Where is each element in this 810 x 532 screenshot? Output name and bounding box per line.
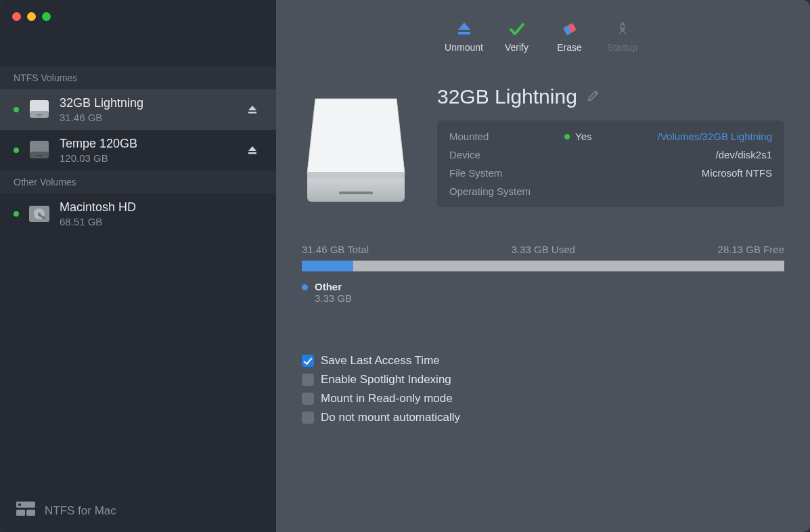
svg-rect-3 [248, 112, 256, 114]
svg-rect-6 [37, 155, 42, 156]
mount-path-link[interactable]: /Volumes/32GB Lightning [646, 131, 772, 142]
checkbox-icon[interactable] [302, 393, 314, 405]
svg-rect-21 [339, 192, 373, 194]
app-window: NTFS Volumes 32GB Lightning 31.46 GB [0, 0, 810, 532]
svg-rect-15 [18, 504, 21, 506]
usage-legend: Other 3.33 GB [302, 281, 784, 304]
option-no-automount[interactable]: Do not mount automatically [302, 408, 784, 427]
option-label: Do not mount automatically [321, 411, 460, 424]
titlebar [0, 0, 276, 32]
info-label: Operating System [449, 185, 564, 197]
sidebar-footer: NTFS for Mac [0, 489, 276, 532]
toolbar: Unmount Verify Erase [276, 0, 810, 65]
external-drive-icon [27, 97, 51, 122]
status-dot-icon [564, 134, 570, 139]
main-panel: Unmount Verify Erase [276, 0, 810, 532]
usage-fill [302, 261, 353, 271]
minimize-window-button[interactable] [27, 12, 36, 21]
usage-used: 3.33 GB Used [512, 244, 575, 255]
info-value: Microsoft NTFS [564, 167, 772, 179]
usage-free: 28.13 GB Free [718, 244, 784, 255]
volume-name: Macintosh HD [60, 200, 263, 215]
legend-name: Other [315, 281, 352, 292]
erase-button[interactable]: Erase [549, 19, 591, 53]
svg-rect-22 [307, 172, 405, 179]
svg-rect-7 [248, 152, 256, 154]
usage-total: 31.46 GB Total [302, 244, 369, 255]
external-drive-icon [27, 138, 51, 162]
toolbar-label: Erase [557, 42, 582, 53]
option-label: Save Last Access Time [321, 354, 440, 368]
sidebar-section-header: NTFS Volumes [0, 66, 276, 89]
toolbar-label: Startup [607, 42, 637, 53]
checkbox-icon[interactable] [302, 412, 314, 424]
eject-icon [454, 19, 474, 39]
option-label: Mount in Read-only mode [321, 392, 453, 405]
info-row-mounted: Mounted Yes /Volumes/32GB Lightning [449, 127, 772, 146]
info-row-filesystem: File System Microsoft NTFS [449, 164, 772, 182]
option-save-last-access[interactable]: Save Last Access Time [302, 351, 784, 370]
eraser-icon [560, 19, 580, 39]
usage-bar [302, 261, 784, 271]
mounted-status: Yes [575, 131, 591, 142]
status-dot-icon [14, 107, 19, 112]
info-label: Mounted [449, 131, 564, 142]
svg-point-19 [621, 25, 624, 28]
product-logo-icon [16, 502, 35, 520]
info-row-os: Operating System [449, 182, 772, 200]
volume-overview: 32GB Lightning Mounted Yes /Volu [302, 85, 784, 217]
sidebar-volume-item[interactable]: Tempe 120GB 120.03 GB [0, 130, 276, 171]
svg-rect-14 [26, 510, 35, 516]
internal-drive-icon [27, 202, 51, 226]
eject-button[interactable] [242, 140, 263, 160]
status-dot-icon [14, 148, 19, 153]
svg-rect-13 [16, 510, 25, 516]
mount-options: Save Last Access Time Enable Spotlight I… [302, 351, 784, 427]
option-read-only[interactable]: Mount in Read-only mode [302, 389, 784, 408]
unmount-button[interactable]: Unmount [443, 19, 485, 53]
volume-size: 31.46 GB [60, 112, 234, 123]
option-label: Enable Spotlight Indexing [321, 373, 451, 386]
info-value: /dev/disk2s1 [564, 149, 772, 160]
legend-size: 3.33 GB [315, 292, 352, 304]
legend-dot-icon [302, 284, 308, 290]
volume-name: 32GB Lightning [60, 96, 234, 110]
option-spotlight-indexing[interactable]: Enable Spotlight Indexing [302, 370, 784, 389]
eject-button[interactable] [242, 99, 263, 120]
volume-name: Tempe 120GB [60, 137, 234, 151]
info-label: Device [449, 149, 564, 160]
edit-name-button[interactable] [587, 89, 600, 105]
verify-button[interactable]: Verify [496, 19, 538, 53]
sidebar-volume-item[interactable]: Macintosh HD 68.51 GB [0, 194, 276, 234]
sidebar: NTFS Volumes 32GB Lightning 31.46 GB [0, 0, 276, 532]
toolbar-label: Verify [505, 42, 528, 53]
checkbox-icon[interactable] [302, 355, 314, 367]
close-window-button[interactable] [12, 12, 21, 21]
sidebar-volume-item[interactable]: 32GB Lightning 31.46 GB [0, 89, 276, 130]
volume-size: 120.03 GB [60, 152, 234, 164]
toolbar-label: Unmount [445, 42, 483, 53]
drive-illustration-icon [302, 85, 410, 217]
volume-info-table: Mounted Yes /Volumes/32GB Lightning Devi… [437, 120, 784, 207]
rocket-icon [612, 19, 633, 39]
status-dot-icon [14, 211, 19, 217]
product-name: NTFS for Mac [45, 504, 116, 518]
checkbox-icon[interactable] [302, 374, 314, 386]
usage-stats: 31.46 GB Total 3.33 GB Used 28.13 GB Fre… [302, 244, 784, 255]
checkmark-icon [507, 19, 527, 39]
svg-rect-2 [37, 114, 42, 116]
info-label: File System [449, 167, 564, 179]
zoom-window-button[interactable] [42, 12, 51, 21]
info-row-device: Device /dev/disk2s1 [449, 146, 772, 164]
svg-rect-16 [458, 32, 470, 35]
volume-size: 68.51 GB [60, 216, 263, 227]
volume-title: 32GB Lightning [437, 85, 577, 108]
sidebar-section-header: Other Volumes [0, 171, 276, 194]
startup-button: Startup [602, 19, 644, 53]
